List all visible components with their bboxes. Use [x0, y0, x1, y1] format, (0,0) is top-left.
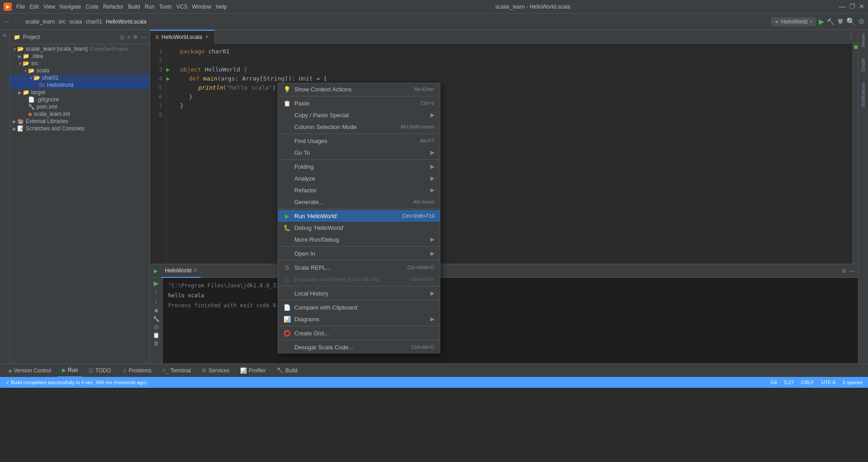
menu-find-usages[interactable]: Find Usages Alt+F7 — [278, 135, 440, 147]
tree-item-scratches[interactable]: ▶ 📝 Scratches and Consoles — [10, 125, 150, 132]
menu-analyze[interactable]: Analyze ▶ — [278, 172, 440, 184]
bottom-tab-terminal[interactable]: >_ Terminal — [158, 364, 195, 377]
bc-char01[interactable]: char01 — [85, 19, 102, 25]
run-trash-btn[interactable]: 🗑 — [154, 340, 159, 347]
run-scroll-down-btn[interactable]: ↓ — [155, 298, 158, 305]
tree-item-pom[interactable]: 🔧 pom.xml — [10, 103, 150, 110]
menu-refactor[interactable]: Refactor — [103, 4, 123, 10]
bottom-tab-problems[interactable]: ⚠ Problems — [118, 364, 156, 377]
tree-item-scala[interactable]: ▾ 📂 scala — [10, 67, 150, 74]
run-copy-btn[interactable]: 📋 — [153, 332, 160, 338]
editor-scrollbar[interactable] — [853, 43, 858, 264]
tree-item-iml[interactable]: ◆ scala_learn.iml — [10, 110, 150, 118]
run-button[interactable]: ▶ — [819, 17, 824, 26]
menu-paste[interactable]: 📋 Paste Ctrl+V — [278, 97, 440, 109]
locate-icon[interactable]: ◎ — [120, 34, 124, 40]
collapse-icon[interactable]: ≡ — [127, 34, 130, 40]
menu-code[interactable]: Code — [85, 4, 99, 10]
bottom-tab-build[interactable]: 🔨 Build — [272, 364, 302, 377]
run-play-btn[interactable]: ▶ — [154, 280, 159, 287]
desugar-shortcut: Ctrl+Alt+D — [411, 344, 434, 350]
tree-item-char01[interactable]: ▾ 📂 char01 — [10, 74, 150, 81]
tree-item-extlibs[interactable]: ▶ 📚 External Libraries — [10, 118, 150, 125]
menu-copy-paste-special[interactable]: Copy / Paste Special ▶ — [278, 109, 440, 121]
tree-item-src[interactable]: ▾ 📂 src — [10, 60, 150, 67]
run-stop-btn[interactable]: ■ — [154, 307, 158, 314]
menu-folding[interactable]: Folding ▶ — [278, 161, 440, 172]
menu-local-history[interactable]: Local History ▶ — [278, 287, 440, 299]
bc-src[interactable]: src — [58, 19, 66, 25]
line-ending[interactable]: CRLF — [801, 380, 814, 385]
menu-build[interactable]: Build — [128, 4, 140, 10]
run-minimize-icon[interactable]: — — [849, 268, 854, 274]
bottom-tab-version-control[interactable]: ◈ Version Control — [4, 364, 56, 377]
menu-more-run-debug[interactable]: More Run/Debug ▶ — [278, 233, 440, 245]
menu-eval-worksheet[interactable]: ▷ Evaluate worksheet (Ctrl+Alt+W) Ctrl+A… — [278, 273, 440, 285]
menu-window[interactable]: Window — [192, 4, 212, 10]
bc-root[interactable]: scalar_learn — [25, 19, 55, 25]
close-button[interactable]: ✕ — [859, 3, 864, 10]
menu-show-context-actions[interactable]: 💡 Show Context Actions Alt+Enter — [278, 83, 440, 95]
menu-file[interactable]: File — [16, 4, 25, 10]
project-icon[interactable]: P — [2, 33, 8, 37]
tab-close[interactable]: ✕ — [205, 34, 209, 40]
bc-file[interactable]: HelloWorld.scala — [106, 19, 146, 25]
menu-compare-clipboard[interactable]: 📄 Compare with Clipboard — [278, 301, 440, 313]
code-content[interactable]: package char01 object HelloWorld { def m… — [175, 43, 853, 264]
run-settings-icon[interactable]: ⚙ — [841, 268, 846, 274]
minimize-panel-icon[interactable]: — — [141, 34, 146, 40]
menu-create-gist[interactable]: ⭕ Create Gist... — [278, 327, 440, 339]
menu-tools[interactable]: Tools — [159, 4, 172, 10]
run-tab-helloworld[interactable]: HelloWorld ✕ — [161, 264, 201, 278]
menu-desugar[interactable]: Desugar Scala Code... Ctrl+Alt+D — [278, 341, 440, 353]
menu-diagrams[interactable]: 📊 Diagrams ▶ — [278, 313, 440, 325]
tab-settings-icon[interactable]: ⋮ — [844, 33, 858, 40]
coverage-button[interactable]: ⛊ — [837, 18, 844, 25]
filter-icon[interactable]: ⚙ — [133, 34, 138, 40]
build-button[interactable]: 🔨 — [827, 18, 835, 25]
menu-generate[interactable]: Generate... Alt+Insert — [278, 196, 440, 208]
run-filter-btn[interactable]: ⊟ — [154, 324, 159, 330]
gradle-icon[interactable]: Gradle — [861, 58, 866, 71]
forward-button[interactable]: → — [14, 18, 21, 26]
menu-go-to[interactable]: Go To ▶ — [278, 147, 440, 158]
editor-tab-helloworld[interactable]: S HelloWorld.scala ✕ — [150, 30, 215, 43]
menu-vcs[interactable]: VCS — [176, 4, 188, 10]
search-button[interactable]: 🔍 — [846, 17, 855, 26]
minimize-button[interactable]: — — [839, 3, 846, 10]
bottom-tab-todo[interactable]: ☑ TODO — [84, 364, 115, 377]
menu-refactor[interactable]: Refactor ▶ — [278, 184, 440, 196]
tree-item-target[interactable]: ▶ 📁 target — [10, 89, 150, 96]
menu-column-selection[interactable]: Column Selection Mode Alt+Shift+Insert — [278, 121, 440, 133]
run-config[interactable]: ● HelloWorld ▾ — [771, 17, 816, 26]
menu-run-helloworld[interactable]: ▶ Run 'HelloWorld' Ctrl+Shift+F10 — [278, 210, 440, 222]
encoding[interactable]: UTF-8 — [821, 380, 835, 385]
maximize-button[interactable]: ❐ — [849, 3, 855, 10]
run-tab-close[interactable]: ✕ — [193, 267, 197, 273]
git-status[interactable]: Git — [771, 380, 777, 385]
menu-help[interactable]: Help — [216, 4, 227, 10]
bottom-tab-profiler[interactable]: 📊 Profiler — [236, 364, 270, 377]
tree-item-gitignore[interactable]: 📄 .gitignore — [10, 96, 150, 103]
bottom-tab-run[interactable]: ▶ Run — [57, 364, 82, 377]
run-scroll-up-btn[interactable]: ↑ — [155, 289, 158, 296]
menu-scala-repl[interactable]: S Scala REPL... Ctrl+Shift+D — [278, 262, 440, 273]
tree-item-idea[interactable]: ▶ 📁 .idea — [10, 52, 150, 60]
settings-button[interactable]: ⚙ — [858, 17, 864, 26]
menu-open-in[interactable]: Open In ▶ — [278, 248, 440, 259]
menu-navigate[interactable]: Navigate — [60, 4, 81, 10]
notifications-icon[interactable]: Notifications — [861, 82, 866, 107]
maven-icon[interactable]: Maven — [861, 33, 866, 47]
menu-run[interactable]: Run — [145, 4, 155, 10]
tree-item-root[interactable]: ▾ 📂 scalar_learn [scala_learn] D:\myOwnP… — [10, 45, 150, 52]
indent-setting[interactable]: 2 spaces — [843, 380, 863, 385]
menu-edit[interactable]: Edit — [29, 4, 39, 10]
bottom-tab-services[interactable]: ⚙ Services — [197, 364, 234, 377]
menu-debug-helloworld[interactable]: 🐛 Debug 'HelloWorld' — [278, 222, 440, 233]
run-tools-btn[interactable]: 🔧 — [153, 316, 160, 322]
tree-item-helloworld[interactable]: ▶ Sc HelloWorld — [10, 81, 150, 89]
menu-view[interactable]: View — [43, 4, 55, 10]
bc-scala[interactable]: scala — [69, 19, 82, 25]
back-button[interactable]: ← — [4, 18, 11, 26]
code-editor[interactable]: 1 2 3 4 5 6 7 8 ▶ ▶ — [150, 43, 858, 264]
